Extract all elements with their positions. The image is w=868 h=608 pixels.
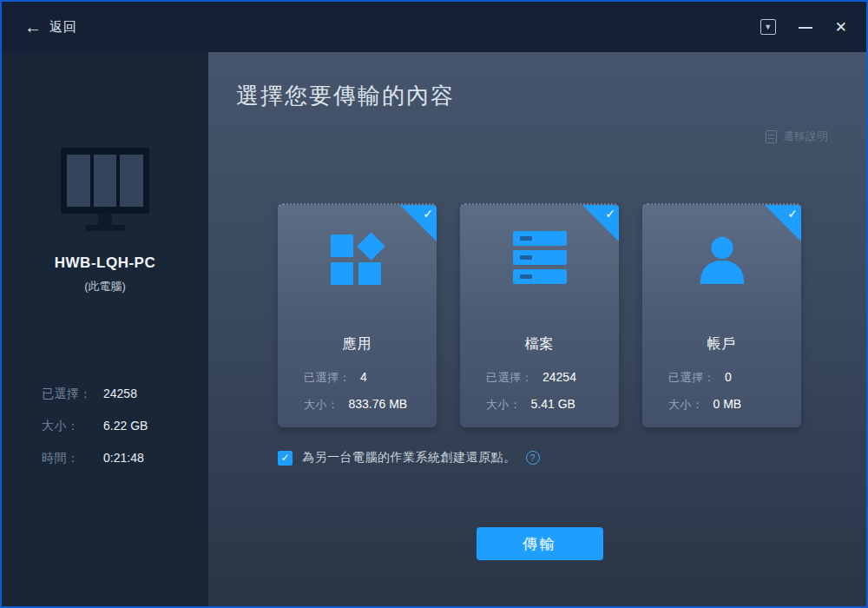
source-computer-block: HWB-LQH-PC (此電腦) (2, 148, 208, 294)
card-accounts[interactable]: ✓ 帳戶 已選擇： 0 大小： 0 MB (642, 203, 801, 427)
back-label: 返回 (49, 19, 77, 36)
card-title: 檔案 (460, 335, 619, 354)
files-icon (513, 231, 567, 288)
close-icon[interactable]: ✕ (835, 20, 847, 35)
sidebar: HWB-LQH-PC (此電腦) 已選擇： 24258 大小： 6.22 GB … (2, 52, 208, 606)
card-title: 帳戶 (642, 335, 801, 354)
restore-point-checkbox[interactable]: ✓ (278, 451, 293, 466)
summary-stats: 已選擇： 24258 大小： 6.22 GB 時間： 0:21:48 (42, 387, 148, 483)
card-stat-selected: 已選擇： 24254 (486, 370, 576, 386)
apps-icon (331, 235, 385, 285)
window-controls: ▼ ✕ (760, 2, 847, 52)
titlebar: ← 返回 ▼ ✕ (2, 2, 866, 52)
computer-sublabel: (此電腦) (2, 279, 208, 294)
minimize-icon[interactable] (799, 19, 812, 35)
menu-dropdown-icon[interactable]: ▼ (760, 19, 776, 35)
stat-size: 大小： 6.22 GB (42, 419, 148, 434)
restore-point-label: 為另一台電腦的作業系統創建還原點。 (302, 450, 516, 466)
back-button[interactable]: ← 返回 (24, 18, 77, 36)
card-stat-size: 大小： 0 MB (668, 397, 741, 413)
card-stat-size: 大小： 5.41 GB (486, 397, 575, 413)
page-title: 選擇您要傳輸的內容 (236, 81, 455, 111)
card-applications[interactable]: ✓ 應用 已選擇： 4 大小： 833.76 MB (278, 203, 437, 427)
app-window: ← 返回 ▼ ✕ HWB-LQH-PC (此電腦) (0, 0, 868, 608)
transfer-button[interactable]: 傳輸 (477, 527, 603, 560)
card-title: 應用 (278, 335, 437, 354)
migration-help-label: 遷移說明 (783, 129, 828, 144)
help-question-icon[interactable]: ? (526, 451, 540, 465)
card-files[interactable]: ✓ 檔案 已選擇： 24254 大小： 5.41 GB (460, 203, 619, 427)
card-stat-size: 大小： 833.76 MB (304, 397, 407, 413)
stat-selected: 已選擇： 24258 (42, 387, 148, 402)
card-stat-selected: 已選擇： 0 (668, 370, 732, 386)
back-arrow-icon: ← (24, 18, 42, 36)
checkmark-icon: ✓ (787, 207, 798, 221)
checkmark-icon: ✓ (605, 207, 615, 221)
account-icon (695, 234, 749, 286)
restore-point-row: ✓ 為另一台電腦的作業系統創建還原點。 ? (278, 450, 540, 466)
checkmark-icon: ✓ (423, 207, 433, 221)
migration-help-link[interactable]: 遷移說明 (766, 129, 828, 144)
transfer-category-cards: ✓ 應用 已選擇： 4 大小： 833.76 MB (278, 203, 801, 427)
card-stat-selected: 已選擇： 4 (304, 370, 367, 386)
stat-time: 時間： 0:21:48 (42, 451, 148, 466)
computer-name: HWB-LQH-PC (2, 254, 208, 272)
computer-monitor-icon (61, 148, 149, 231)
document-icon (766, 130, 777, 143)
main-panel: 選擇您要傳輸的內容 遷移說明 ✓ 應用 (208, 52, 866, 606)
